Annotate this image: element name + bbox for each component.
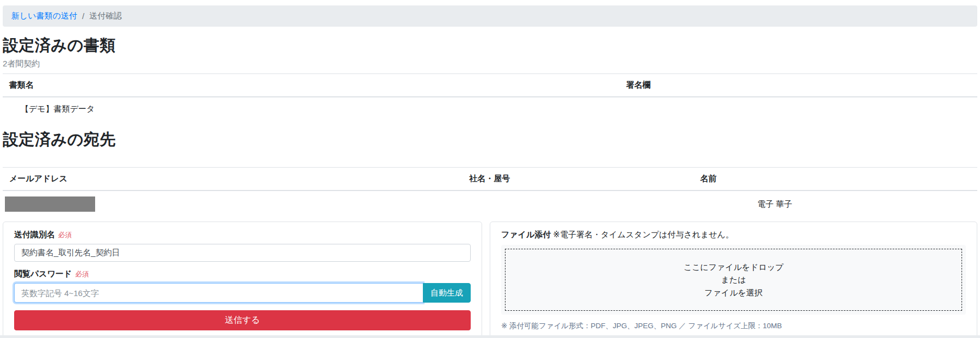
breadcrumb-link-new-document[interactable]: 新しい書類の送付 bbox=[11, 11, 77, 21]
documents-header-name: 書類名 bbox=[3, 74, 620, 97]
breadcrumb-current: 送付確認 bbox=[89, 11, 122, 21]
recipient-company-cell bbox=[463, 190, 694, 217]
identifier-label: 送付識別名必須 bbox=[14, 230, 471, 240]
password-input[interactable] bbox=[14, 283, 423, 303]
breadcrumb: 新しい書類の送付 / 送付確認 bbox=[3, 5, 977, 27]
document-signature-cell bbox=[620, 97, 977, 121]
table-row: 【デモ】書類データ bbox=[3, 97, 977, 121]
file-attachment-card: ファイル添付 ※電子署名・タイムスタンプは付与されません。 ここにファイルをドロ… bbox=[490, 222, 977, 338]
file-dropzone[interactable]: ここにファイルをドロップ または ファイルを選択 bbox=[501, 245, 966, 315]
attachment-header: ファイル添付 ※電子署名・タイムスタンプは付与されません。 bbox=[501, 230, 966, 240]
documents-section-title: 設定済みの書類 bbox=[3, 35, 977, 57]
password-label-text: 閲覧パスワード bbox=[14, 269, 72, 278]
required-badge: 必須 bbox=[75, 271, 89, 278]
attachment-title: ファイル添付 bbox=[501, 230, 551, 239]
documents-header-signature: 署名欄 bbox=[620, 74, 977, 97]
password-label: 閲覧パスワード必須 bbox=[14, 269, 471, 279]
attachment-note: ※電子署名・タイムスタンプは付与されません。 bbox=[553, 230, 734, 239]
recipients-table: メールアドレス 社名・屋号 名前 電子 華子 bbox=[3, 167, 977, 217]
dropzone-text-or: または bbox=[721, 273, 746, 286]
autogenerate-button[interactable]: 自動生成 bbox=[423, 283, 471, 303]
breadcrumb-separator: / bbox=[82, 11, 84, 21]
dropzone-text-drop: ここにファイルをドロップ bbox=[683, 261, 783, 273]
attachment-footnote: ※ 添付可能ファイル形式：PDF、JPG、JPEG、PNG ／ ファイルサイズ上… bbox=[501, 321, 966, 331]
recipient-email-cell bbox=[3, 190, 463, 217]
identifier-input[interactable] bbox=[14, 244, 471, 262]
recipient-name-cell: 電子 華子 bbox=[694, 190, 977, 217]
required-badge: 必須 bbox=[58, 231, 72, 239]
page-bottom-strip bbox=[0, 335, 980, 338]
identifier-label-text: 送付識別名 bbox=[14, 230, 55, 239]
send-button[interactable]: 送信する bbox=[14, 310, 471, 330]
email-redacted-box bbox=[5, 196, 95, 212]
dropzone-select-file[interactable]: ファイルを選択 bbox=[704, 286, 763, 299]
recipients-header-name: 名前 bbox=[694, 168, 977, 191]
recipients-header-email: メールアドレス bbox=[3, 168, 463, 191]
contract-type-subtitle: 2者間契約 bbox=[3, 59, 977, 69]
send-settings-card: 送付識別名必須 閲覧パスワード必須 自動生成 送信する 設定された宛先に書類を送… bbox=[3, 222, 482, 338]
document-name-cell: 【デモ】書類データ bbox=[3, 97, 620, 121]
recipients-header-company: 社名・屋号 bbox=[463, 168, 694, 191]
table-row: 電子 華子 bbox=[3, 190, 977, 217]
recipients-section-title: 設定済みの宛先 bbox=[3, 129, 977, 151]
documents-table: 書類名 署名欄 【デモ】書類データ bbox=[3, 73, 977, 121]
